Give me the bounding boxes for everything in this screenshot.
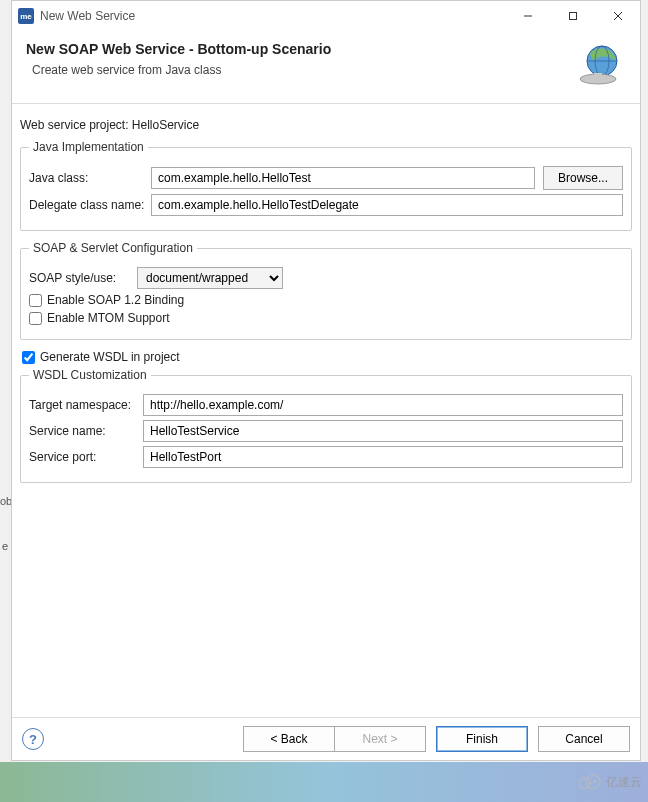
svg-point-13 xyxy=(593,780,596,783)
titlebar: me New Web Service xyxy=(12,1,640,31)
window-controls xyxy=(505,1,640,31)
target-namespace-input[interactable] xyxy=(143,394,623,416)
service-port-label: Service port: xyxy=(29,450,143,464)
bg-char: e xyxy=(2,540,8,552)
project-line: Web service project: HelloService xyxy=(20,118,632,132)
service-name-input[interactable] xyxy=(143,420,623,442)
browse-button[interactable]: Browse... xyxy=(543,166,623,190)
help-icon[interactable]: ? xyxy=(22,728,44,750)
wsdl-custom-legend: WSDL Customization xyxy=(29,368,151,382)
svg-point-12 xyxy=(588,782,591,785)
content-area: Web service project: HelloService Java I… xyxy=(12,104,640,717)
footer: ? < Back Next > Finish Cancel xyxy=(12,717,640,760)
java-class-label: Java class: xyxy=(29,171,151,185)
soap-config-group: SOAP & Servlet Configuration SOAP style/… xyxy=(20,241,632,340)
svg-rect-1 xyxy=(569,13,576,20)
globe-service-icon xyxy=(574,41,622,89)
maximize-button[interactable] xyxy=(550,1,595,31)
svg-rect-9 xyxy=(594,73,602,78)
generate-wsdl-checkbox[interactable] xyxy=(22,351,35,364)
service-port-input[interactable] xyxy=(143,446,623,468)
back-button[interactable]: < Back xyxy=(243,726,335,752)
enable-mtom-checkbox[interactable] xyxy=(29,312,42,325)
enable-mtom-label: Enable MTOM Support xyxy=(47,311,170,325)
service-name-label: Service name: xyxy=(29,424,143,438)
cancel-button[interactable]: Cancel xyxy=(538,726,630,752)
java-class-input[interactable] xyxy=(151,167,535,189)
soap-config-legend: SOAP & Servlet Configuration xyxy=(29,241,197,255)
dialog-window: me New Web Service New SOAP Web Service … xyxy=(11,0,641,761)
next-button: Next > xyxy=(334,726,426,752)
wsdl-customization-group: WSDL Customization Target namespace: Ser… xyxy=(20,368,632,483)
java-implementation-group: Java Implementation Java class: Browse..… xyxy=(20,140,632,231)
window-title: New Web Service xyxy=(40,9,505,23)
page-subtitle: Create web service from Java class xyxy=(26,63,574,77)
finish-button[interactable]: Finish xyxy=(436,726,528,752)
minimize-button[interactable] xyxy=(505,1,550,31)
target-namespace-label: Target namespace: xyxy=(29,398,143,412)
watermark: 亿速云 xyxy=(576,772,642,792)
watermark-text: 亿速云 xyxy=(606,774,642,791)
soap-style-select[interactable]: document/wrapped xyxy=(137,267,283,289)
header-banner: New SOAP Web Service - Bottom-up Scenari… xyxy=(12,31,640,104)
soap-style-label: SOAP style/use: xyxy=(29,271,137,285)
close-button[interactable] xyxy=(595,1,640,31)
project-label: Web service project: xyxy=(20,118,129,132)
delegate-class-input[interactable] xyxy=(151,194,623,216)
java-impl-legend: Java Implementation xyxy=(29,140,148,154)
generate-wsdl-label: Generate WSDL in project xyxy=(40,350,180,364)
background-decoration xyxy=(0,762,648,802)
page-title: New SOAP Web Service - Bottom-up Scenari… xyxy=(26,41,574,57)
svg-point-11 xyxy=(586,775,600,789)
app-icon: me xyxy=(18,8,34,24)
enable-soap12-label: Enable SOAP 1.2 Binding xyxy=(47,293,184,307)
project-value: HelloService xyxy=(132,118,199,132)
enable-soap12-checkbox[interactable] xyxy=(29,294,42,307)
delegate-class-label: Delegate class name: xyxy=(29,198,151,212)
